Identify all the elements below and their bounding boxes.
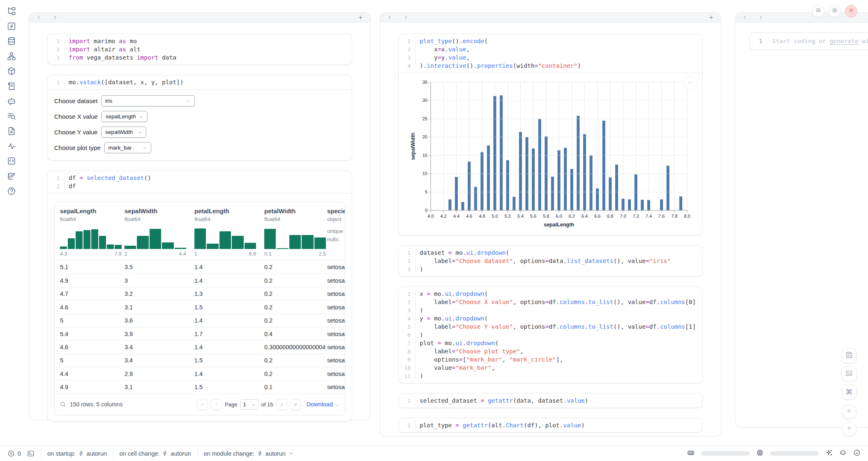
prev-page-button[interactable] xyxy=(211,399,222,410)
code-line[interactable]: mo.vstack([dataset, x, y, plot]) xyxy=(69,78,348,86)
code-line[interactable]: import altair as alt xyxy=(69,45,348,53)
code-line[interactable]: label="Choose dataset", options=data.lis… xyxy=(420,257,698,265)
add-cell-button[interactable] xyxy=(708,14,714,21)
file-tree-icon[interactable] xyxy=(7,7,16,16)
code-line[interactable]: plot = mo.ui.dropdown( xyxy=(420,339,698,347)
table-row[interactable]: 53.41.50.2setosa xyxy=(55,354,345,367)
page-select[interactable]: 1 xyxy=(240,399,259,410)
column-header[interactable]: petalLengthfloat6416.9 xyxy=(194,207,264,257)
code-line[interactable]: df xyxy=(69,182,348,190)
first-page-button[interactable] xyxy=(197,399,208,410)
save-button[interactable] xyxy=(842,348,856,363)
code-line[interactable]: selected_dataset = getattr(data, dataset… xyxy=(420,396,698,405)
runmode-startup[interactable]: on startup:autorun xyxy=(47,450,107,457)
y-value-dropdown[interactable]: sepalWidth xyxy=(101,127,146,138)
code-line[interactable]: x=x.value, xyxy=(420,45,698,53)
fold-caret-icon[interactable] xyxy=(411,251,415,255)
code-line[interactable]: ) xyxy=(420,306,698,314)
chart-actions-button[interactable] xyxy=(683,76,697,90)
scroll-left-button[interactable] xyxy=(36,14,42,21)
table-row[interactable]: 5.13.51.40.2setosa xyxy=(55,260,345,274)
add-cell-button[interactable] xyxy=(358,14,364,21)
runmode-cell-change[interactable]: on cell change:autorun xyxy=(120,450,191,457)
workflow-icon[interactable] xyxy=(7,52,16,61)
runmode-module-change[interactable]: on module change:autorun xyxy=(204,450,295,457)
column-header[interactable]: sepalWidthfloat6424.4 xyxy=(125,207,194,257)
table-row[interactable]: 4.63.41.40.30000000000000004setosa xyxy=(55,340,345,353)
code-line[interactable]: from vega_datasets import data xyxy=(69,53,348,62)
layout-button[interactable] xyxy=(842,366,856,381)
last-page-button[interactable] xyxy=(290,399,301,410)
scroll-left-button[interactable] xyxy=(742,14,748,21)
copilot-icon[interactable] xyxy=(839,449,847,458)
bar-chart[interactable]: 4.04.24.44.64.85.05.25.45.65.86.06.26.46… xyxy=(410,76,697,231)
connection-status-icon[interactable] xyxy=(853,449,861,458)
database-icon[interactable] xyxy=(7,37,16,46)
scroll-right-button[interactable] xyxy=(758,14,764,21)
list-search-icon[interactable] xyxy=(7,112,16,121)
scroll-left-button[interactable] xyxy=(387,14,393,21)
notebook-pen-icon[interactable] xyxy=(7,172,16,181)
close-button[interactable] xyxy=(845,5,857,17)
settings-button[interactable] xyxy=(829,5,841,17)
table-row[interactable]: 4.42.91.40.2setosa xyxy=(55,367,345,380)
code-editor-placeholder[interactable]: Start coding or generate with xyxy=(767,37,868,46)
code-line[interactable]: ) xyxy=(420,372,698,380)
table-row[interactable]: 53.61.40.2setosa xyxy=(55,314,345,327)
keyboard-shortcuts-button[interactable]: ⌘ xyxy=(842,385,856,399)
stop-button[interactable] xyxy=(842,404,856,419)
activity-icon[interactable] xyxy=(7,142,16,151)
menu-button[interactable] xyxy=(812,5,824,17)
code-line[interactable]: ) xyxy=(420,331,698,339)
column-header[interactable]: sepalLengthfloat644.37.9 xyxy=(60,207,125,257)
bot-icon[interactable] xyxy=(7,97,16,106)
errors-indicator[interactable]: 0 xyxy=(7,450,21,457)
dataset-dropdown[interactable]: iris xyxy=(101,95,195,106)
code-line[interactable]: y = mo.ui.dropdown( xyxy=(420,314,698,323)
table-row[interactable]: 4.931.40.2setosa xyxy=(55,274,345,287)
code-line[interactable]: ).interactive().properties(width="contai… xyxy=(420,62,698,70)
table-row[interactable]: 5.43.91.70.4setosa xyxy=(55,327,345,340)
scroll-text-icon[interactable] xyxy=(7,82,16,91)
table-row[interactable]: 4.93.11.50.1setosa xyxy=(55,380,345,394)
fold-caret-icon[interactable] xyxy=(411,316,415,320)
run-button[interactable] xyxy=(842,422,856,436)
fold-caret-icon[interactable] xyxy=(411,341,415,345)
table-row[interactable]: 4.73.21.30.2setosa xyxy=(55,287,345,300)
fold-caret-icon[interactable] xyxy=(411,292,415,296)
plot-type-dropdown[interactable]: mark_bar xyxy=(104,142,151,153)
package-icon[interactable] xyxy=(7,67,16,76)
help-circle-icon[interactable] xyxy=(7,187,16,196)
ai-sparkles-icon[interactable] xyxy=(825,449,833,458)
code-line[interactable]: ) xyxy=(420,265,698,273)
scroll-right-button[interactable] xyxy=(403,14,409,21)
table-row[interactable]: 4.63.11.50.2setosa xyxy=(55,300,345,313)
code-line[interactable]: x = mo.ui.dropdown( xyxy=(420,290,698,298)
cell-empty-scratch[interactable]: 1 Start coding or generate with xyxy=(749,32,868,50)
code-line[interactable]: df = selected_dataset() xyxy=(69,174,348,182)
next-page-button[interactable] xyxy=(276,399,287,410)
code-line[interactable]: label="Choose plot type", xyxy=(420,347,698,355)
x-value-dropdown[interactable]: sepalLength xyxy=(102,111,148,122)
code-line[interactable]: value="mark_bar", xyxy=(420,364,698,372)
download-button[interactable]: Download xyxy=(307,401,339,408)
terminal-button[interactable] xyxy=(27,450,35,457)
snippets-icon[interactable] xyxy=(7,157,16,166)
code-line[interactable]: plot_type = getattr(alt.Chart(df), plot.… xyxy=(420,421,698,429)
column-header[interactable]: speciesobjectuniquenulls: xyxy=(327,207,345,257)
generate-link[interactable]: generate xyxy=(830,38,859,44)
code-line[interactable]: import marimo as mo xyxy=(69,37,348,45)
code-line[interactable]: label="Choose X value", options=df.colum… xyxy=(420,298,698,306)
function-square-icon[interactable] xyxy=(7,22,16,31)
histogram-bar xyxy=(207,244,218,249)
fold-caret-icon[interactable] xyxy=(411,39,415,43)
scroll-right-button[interactable] xyxy=(52,14,58,21)
code-line[interactable]: plot_type().encode( xyxy=(420,37,698,45)
column-header[interactable]: petalWidthfloat640.12.5 xyxy=(264,207,327,257)
code-line[interactable]: dataset = mo.ui.dropdown( xyxy=(420,249,698,257)
code-line[interactable]: y=y.value, xyxy=(420,53,698,62)
search-icon[interactable] xyxy=(60,401,66,408)
code-line[interactable]: label="Choose Y value", options=df.colum… xyxy=(420,323,698,331)
code-line[interactable]: options=["mark_bar", "mark_circle"], xyxy=(420,355,698,364)
file-text-icon[interactable] xyxy=(7,127,16,136)
